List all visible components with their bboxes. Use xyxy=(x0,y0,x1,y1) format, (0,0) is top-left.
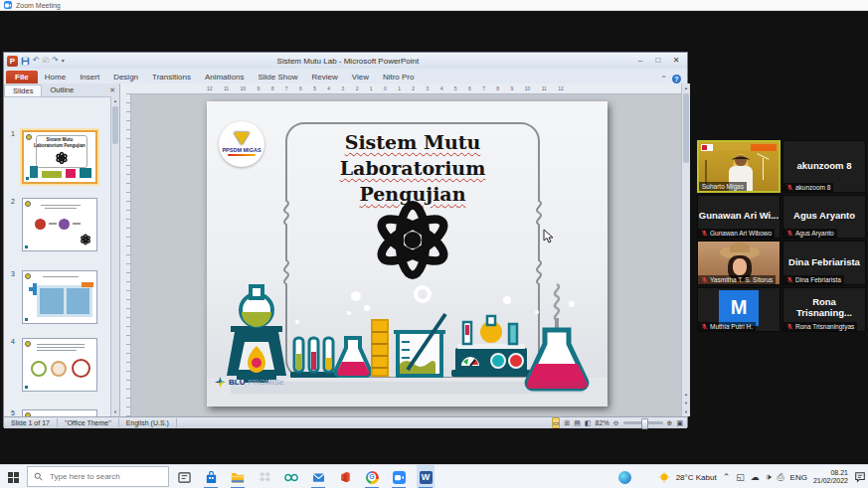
zoom-slider[interactable] xyxy=(623,421,663,424)
thumbnail-1-preview[interactable]: Sistem Mutu Laboratorium Pengujian xyxy=(22,130,97,184)
thumbnail-5-preview[interactable] xyxy=(22,409,97,416)
zoom-in-icon[interactable]: ⊕ xyxy=(667,418,673,427)
search-icon xyxy=(34,472,43,481)
tab-home[interactable]: Home xyxy=(38,71,73,83)
muted-mic-icon xyxy=(786,230,793,237)
participant-display-name: akunzoom 8 xyxy=(783,159,865,170)
ppsdm-emblem-icon xyxy=(234,132,250,145)
scroll-down-icon[interactable]: ▼ xyxy=(111,407,119,416)
maximize-button[interactable]: □ xyxy=(649,55,667,67)
tab-transitions[interactable]: Transitions xyxy=(145,71,198,83)
slide-show-button[interactable]: ◧ xyxy=(585,418,592,427)
participant-video-suharto-migas[interactable]: Suharto Migas xyxy=(697,140,781,193)
taskbar-search[interactable] xyxy=(27,466,169,487)
scroll-up-icon[interactable]: ▲ xyxy=(111,96,119,105)
network-icon[interactable]: ⎙ xyxy=(777,472,783,483)
office-icon[interactable] xyxy=(336,465,354,488)
previous-slide-icon[interactable]: ▲ xyxy=(682,390,690,399)
ribbon-collapse-icon[interactable]: ⌃ xyxy=(660,75,667,83)
participant-name-label: Rona Trisnaningtyas xyxy=(783,322,857,331)
slide-indicator: Slide 1 of 17 xyxy=(4,418,58,427)
main-scrollbar[interactable]: ▲ ▲ ▼ ▼ xyxy=(681,83,690,416)
tray-expand-icon[interactable]: ⌃ xyxy=(723,472,731,482)
participant-tile-agus[interactable]: Agus Aryanto Agus Aryanto xyxy=(782,195,866,239)
normal-view-button[interactable]: ▭ xyxy=(552,417,561,428)
microsoft-store-icon[interactable] xyxy=(202,465,220,488)
search-input[interactable] xyxy=(48,471,161,482)
tab-insert[interactable]: Insert xyxy=(73,71,106,83)
zoom-out-icon[interactable]: ⊖ xyxy=(613,418,619,427)
print-preview-icon[interactable]: ⎚ xyxy=(43,56,49,66)
participant-tile-muthia[interactable]: M Muthia Putri H. xyxy=(697,287,781,332)
muted-mic-icon xyxy=(701,323,708,330)
atom-mini-icon xyxy=(54,150,70,166)
tab-view[interactable]: View xyxy=(345,71,376,83)
clock[interactable]: 08.21 21/02/2022 xyxy=(813,469,848,485)
participant-tile-rona[interactable]: Rona Trisnaning... Rona Trisnaningtyas xyxy=(782,287,866,332)
help-icon[interactable]: ? xyxy=(672,75,681,83)
reading-view-button[interactable]: ▤ xyxy=(574,418,581,427)
slide-thumbnail-3[interactable]: 3 xyxy=(6,270,97,324)
word-icon[interactable]: W xyxy=(417,465,434,488)
participant-tile-akunzoom-8[interactable]: akunzoom 8 akunzoom 8 xyxy=(782,140,866,193)
thumbnail-3-preview[interactable] xyxy=(22,270,97,324)
panel-close-icon[interactable]: ✕ xyxy=(109,86,120,94)
tab-animations[interactable]: Animations xyxy=(198,71,252,83)
task-view-icon[interactable] xyxy=(175,465,193,488)
scroll-up-icon[interactable]: ▲ xyxy=(682,83,690,92)
slide-editing-area: 12 11 10 9 8 7 6 5 4 3 2 1 0 1 2 3 4 5 6… xyxy=(120,83,681,416)
slide-thumbnail-5[interactable]: 5 xyxy=(6,409,97,416)
tab-file[interactable]: File xyxy=(6,71,38,83)
main-scroll-thumb[interactable] xyxy=(683,93,689,163)
action-center-icon[interactable] xyxy=(854,471,866,483)
thumbnail-4-preview[interactable] xyxy=(22,338,97,392)
participant-tile-dina[interactable]: Dina Febriarista Dina Febriarista xyxy=(782,241,866,285)
chrome-icon[interactable]: G xyxy=(363,465,381,488)
fit-to-window-icon[interactable]: ▣ xyxy=(676,418,683,427)
undo-icon[interactable]: ↶ xyxy=(33,56,40,66)
participant-tile-gunawan[interactable]: Gunawan Ari Wi... Gunawan Ari Wibowo xyxy=(697,195,781,239)
edge-icon[interactable] xyxy=(618,470,631,488)
zoom-slider-knob[interactable] xyxy=(641,418,648,429)
app-tray-icon[interactable]: ◱ xyxy=(736,472,745,482)
panel-tab-slides[interactable]: Slides xyxy=(4,84,42,96)
participant-video-yasmitha[interactable]: Yasmitha T. S. Sitorus xyxy=(697,241,781,285)
next-slide-icon[interactable]: ▼ xyxy=(682,399,690,407)
atom-icon xyxy=(364,193,461,287)
zoom-taskbar-icon[interactable] xyxy=(390,465,408,488)
tab-review[interactable]: Review xyxy=(304,71,344,83)
redo-icon[interactable]: ↷ xyxy=(52,56,59,66)
slide-canvas[interactable]: PPSDM MIGAS Sistem Mutu Laboratorium Pen… xyxy=(207,101,608,407)
zoom-meeting-screen: Zoom Meeting P ↶ ⎚ ↷ ▾ Sistem Mutu Lab -… xyxy=(0,0,868,488)
weather-text[interactable]: 28°C Kabut xyxy=(676,473,717,482)
participant-name-label: akunzoom 8 xyxy=(783,183,833,192)
file-explorer-icon[interactable] xyxy=(229,465,247,488)
thumbnail-2-preview[interactable] xyxy=(22,198,97,251)
tab-slide-show[interactable]: Slide Show xyxy=(251,71,304,83)
save-icon[interactable] xyxy=(21,57,30,66)
zoom-titlebar: Zoom Meeting xyxy=(0,0,868,11)
volume-icon[interactable]: 🕩 xyxy=(766,472,772,483)
slide-thumbnail-1[interactable]: 1 Sistem Mutu Laboratorium Pengujian xyxy=(6,130,97,184)
close-button[interactable]: ✕ xyxy=(667,55,685,67)
tab-nitro-pro[interactable]: Nitro Pro xyxy=(376,71,422,83)
language-indicator[interactable]: English (U.S.) xyxy=(119,418,177,427)
slide-thumbnail-4[interactable]: 4 xyxy=(6,338,97,392)
minimize-button[interactable]: – xyxy=(631,55,649,67)
muted-mic-icon xyxy=(786,184,793,191)
tab-design[interactable]: Design xyxy=(106,71,145,83)
panel-scroll-thumb[interactable] xyxy=(112,106,118,144)
onedrive-icon[interactable]: ☁ xyxy=(751,472,760,482)
panel-tab-outline[interactable]: Outline xyxy=(42,84,82,95)
panel-scrollbar[interactable]: ▲ ▼ xyxy=(110,96,119,416)
vertical-ruler xyxy=(120,93,131,416)
dropbox-icon[interactable] xyxy=(256,465,273,488)
start-button[interactable] xyxy=(0,465,26,488)
theme-indicator[interactable]: "Office Theme" xyxy=(58,418,119,427)
language-indicator[interactable]: ENG xyxy=(790,473,807,482)
infinity-app-icon[interactable] xyxy=(282,465,300,488)
slide-thumbnail-2[interactable]: 2 xyxy=(6,198,97,251)
mail-icon[interactable] xyxy=(309,465,327,488)
scroll-down-icon[interactable]: ▼ xyxy=(682,407,690,416)
slide-sorter-view-button[interactable]: ⊞ xyxy=(564,418,570,427)
